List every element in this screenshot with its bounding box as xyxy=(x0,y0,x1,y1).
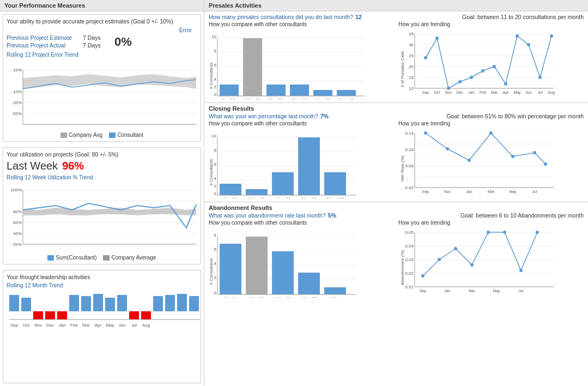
svg-text:Mar: Mar xyxy=(491,91,498,94)
last-week-label: Last Week xyxy=(7,160,58,172)
abandonment-section: Abandonment Results What was your abando… xyxy=(204,202,588,301)
svg-text:0: 0 xyxy=(214,191,217,196)
svg-text:0.06: 0.06 xyxy=(405,164,414,168)
svg-point-209 xyxy=(454,247,457,250)
svg-text:6: 6 xyxy=(214,247,217,252)
abandonment-histogram-svg: 8 6 4 2 0 xyxy=(209,227,367,298)
svg-point-158 xyxy=(446,147,449,150)
svg-marker-10 xyxy=(23,74,196,89)
closing-value: 7% xyxy=(320,113,329,119)
abandonment-trend-svg: 0.05 0.04 0.03 0.02 0.01 xyxy=(398,227,556,298)
svg-rect-68 xyxy=(243,38,262,96)
svg-point-160 xyxy=(489,131,493,135)
svg-text:Nov: Nov xyxy=(445,91,452,94)
svg-text:Nov: Nov xyxy=(34,323,42,328)
svg-text:# Consultants: # Consultants xyxy=(209,258,214,285)
thought-chart: Sep Oct Nov Dec Jan Feb Mar Apr May Jun … xyxy=(7,290,197,334)
svg-text:Oct: Oct xyxy=(434,91,440,94)
svg-text:May: May xyxy=(513,91,521,95)
svg-text:21 to 30: 21 to 30 xyxy=(268,98,284,99)
svg-rect-34 xyxy=(93,294,103,311)
svg-text:0 to 5: 0 to 5 xyxy=(225,296,237,298)
closing-trend-block: How you are trending 0.14 0.10 0.06 0.02 xyxy=(398,120,584,200)
svg-point-104 xyxy=(527,43,530,46)
estimate-trend-label: Rolling 12 Project Error Trend xyxy=(7,52,197,58)
svg-text:Nov: Nov xyxy=(444,190,451,194)
error-header: Error xyxy=(7,27,197,33)
svg-text:Jun: Jun xyxy=(119,323,126,328)
thought-trend-label: Rolling 12 Month Trend xyxy=(7,282,197,288)
estimate-section: Your ability to provide accurate project… xyxy=(3,14,201,142)
legend-company-average: Company Average xyxy=(103,255,156,261)
svg-text:4: 4 xyxy=(214,176,217,181)
svg-text:10%: 10% xyxy=(13,68,22,73)
svg-text:Jan: Jan xyxy=(444,289,450,293)
svg-point-210 xyxy=(470,263,474,267)
svg-rect-36 xyxy=(117,295,127,311)
estimate-data-row: Previous Project Estimate 7 Days Previou… xyxy=(7,34,197,50)
svg-point-208 xyxy=(438,258,441,261)
utilization-trend-label: Rolling 12 Week Utilization % Trend xyxy=(7,174,197,180)
presales-charts-container: How you compare with other consultants 1… xyxy=(209,21,584,100)
left-panel-header: Your Performance Measures xyxy=(0,0,204,11)
svg-text:0.14: 0.14 xyxy=(405,131,414,136)
abandonment-value: 5% xyxy=(328,212,336,219)
svg-text:Aug: Aug xyxy=(142,323,150,328)
svg-text:0.03: 0.03 xyxy=(405,257,414,262)
svg-point-106 xyxy=(550,34,553,38)
svg-text:Jul: Jul xyxy=(538,91,543,94)
svg-point-157 xyxy=(424,131,427,135)
svg-text:0: 0 xyxy=(214,92,217,97)
svg-rect-33 xyxy=(81,296,91,311)
svg-text:May: May xyxy=(509,190,517,194)
svg-text:2: 2 xyxy=(214,85,217,89)
svg-text:Jun: Jun xyxy=(525,91,531,94)
right-panel-header: Presales Activities xyxy=(204,0,588,11)
svg-text:-10%: -10% xyxy=(11,89,22,94)
svg-text:Abandonment (%): Abandonment (%) xyxy=(400,250,405,285)
svg-text:4: 4 xyxy=(214,261,217,266)
svg-rect-135 xyxy=(272,172,294,195)
estimate-row-2: Previous Project Actual 7 Days xyxy=(7,42,110,49)
error-trend-chart: 10% -10% -30% -50% xyxy=(7,59,197,131)
abandonment-question-row: What was your abandonment rate last mont… xyxy=(209,212,584,219)
svg-point-98 xyxy=(458,80,462,83)
svg-text:Apr: Apr xyxy=(503,91,510,95)
svg-text:60%: 60% xyxy=(13,220,22,225)
svg-text:41 to 50: 41 to 50 xyxy=(315,98,331,99)
svg-text:Mar: Mar xyxy=(469,289,476,293)
svg-rect-35 xyxy=(105,298,115,311)
svg-text:6: 6 xyxy=(214,162,217,167)
svg-point-214 xyxy=(536,231,539,234)
svg-text:Sep: Sep xyxy=(420,289,427,293)
svg-point-159 xyxy=(468,159,471,162)
abandonment-goal: Goal: between 6 to 10 Abandonments per m… xyxy=(460,212,584,219)
svg-text:# Consultants: # Consultants xyxy=(209,159,214,186)
utilization-section: Your utilization on projects (Goal: 80 +… xyxy=(3,147,201,264)
company-avg-box xyxy=(60,132,67,138)
svg-rect-39 xyxy=(153,296,163,311)
svg-rect-42 xyxy=(189,296,199,311)
svg-text:25: 25 xyxy=(409,53,414,58)
svg-text:May: May xyxy=(493,289,500,293)
svg-text:0.02: 0.02 xyxy=(405,185,414,190)
presales-histogram-svg: 10 8 6 4 2 0 xyxy=(209,28,367,99)
svg-text:Jul: Jul xyxy=(131,323,137,328)
svg-text:Sep: Sep xyxy=(422,190,429,194)
svg-rect-136 xyxy=(298,137,320,195)
svg-point-100 xyxy=(481,69,484,73)
svg-point-162 xyxy=(533,151,536,154)
svg-rect-186 xyxy=(298,273,320,294)
svg-rect-187 xyxy=(324,287,346,294)
svg-point-102 xyxy=(504,82,507,86)
utilization-title: Your utilization on projects (Goal: 80 +… xyxy=(7,151,197,158)
estimate-title: Your ability to provide accurate project… xyxy=(7,18,197,25)
svg-text:8: 8 xyxy=(214,49,217,53)
svg-text:Mar: Mar xyxy=(488,190,495,194)
closing-compare-label: How you compare with other consultants xyxy=(209,120,394,126)
closing-question-row: What was your win percentage last month?… xyxy=(209,113,584,119)
svg-text:35: 35 xyxy=(409,32,414,37)
error-value: 0% xyxy=(114,35,132,49)
svg-rect-28 xyxy=(21,298,31,311)
svg-text:6 to 10: 6 to 10 xyxy=(250,296,264,298)
